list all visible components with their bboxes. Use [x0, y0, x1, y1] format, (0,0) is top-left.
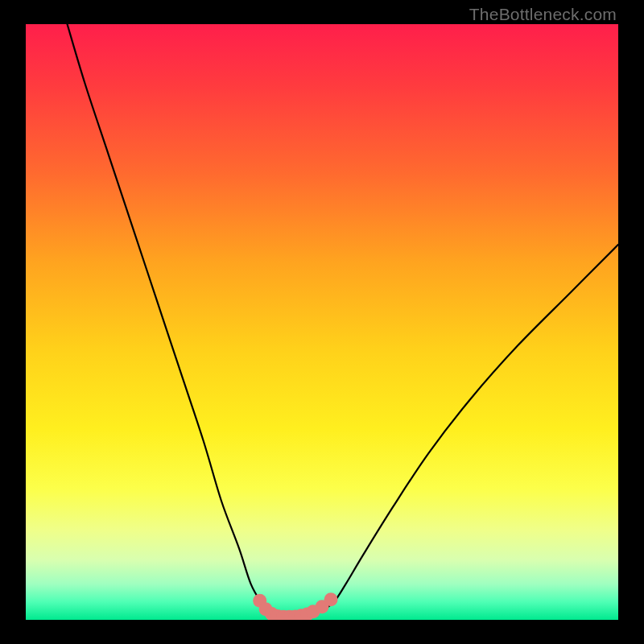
outer-frame: TheBottleneck.com [0, 0, 644, 644]
curve-svg [26, 24, 618, 620]
bottleneck-curve [68, 24, 618, 617]
plot-area [26, 24, 618, 620]
highlight-dot [324, 592, 338, 606]
highlight-dots [253, 592, 337, 620]
watermark-text: TheBottleneck.com [469, 5, 617, 24]
